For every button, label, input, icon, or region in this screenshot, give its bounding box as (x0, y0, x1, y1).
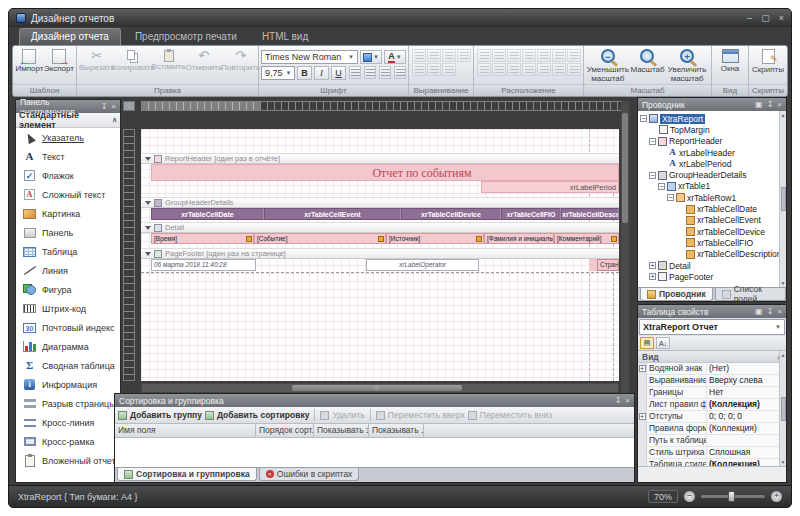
page-number-label[interactable]: Страница / (597, 259, 619, 271)
align-center-button[interactable] (364, 66, 376, 79)
toolbox-item-picture[interactable]: Картинка (16, 204, 120, 223)
export-button[interactable]: → Экспорт (44, 48, 74, 74)
align-objects-top-button[interactable] (412, 63, 426, 76)
toolbox-item-shape[interactable]: Фигура (16, 280, 120, 299)
tab-explorer[interactable]: Проводник (640, 288, 713, 301)
maximize-panel-icon[interactable]: ▣ (755, 307, 763, 316)
tab-print-preview[interactable]: Предпросмотр печати (124, 29, 248, 45)
group-button[interactable] (552, 63, 566, 76)
tree-node-topmargin[interactable]: TopMargin (638, 124, 786, 135)
zoom-button[interactable]: Масштаб (630, 48, 666, 75)
detail-cell[interactable]: [Фамилия и инициалы] (484, 233, 554, 244)
size-same-width-button[interactable] (477, 49, 491, 62)
align-objects-grid-button[interactable] (457, 49, 471, 62)
table-header-cell[interactable]: xrTableCellDate (151, 208, 264, 220)
highlight-color-button[interactable]: ▼ (360, 50, 382, 64)
align-objects-center-button[interactable] (427, 49, 441, 62)
report-title-label[interactable]: Отчет по событиям (151, 164, 619, 181)
band-collapse-icon[interactable] (145, 226, 151, 230)
scroll-up-icon[interactable]: ▲ (781, 112, 786, 118)
tab-html-view[interactable]: HTML вид (251, 29, 319, 45)
align-objects-left-button[interactable] (412, 49, 426, 62)
tab-report-designer[interactable]: Дизайнер отчета (19, 28, 121, 45)
zoom-in-icon[interactable]: + (771, 491, 782, 502)
add-sorting-button[interactable]: Добавить сортировку (205, 410, 310, 420)
detail-cell[interactable]: [Комментарий] (554, 233, 619, 244)
design-vertical-scrollbar[interactable] (621, 101, 629, 393)
tree-node-celldevice[interactable]: xrTableCellDevice (638, 226, 786, 237)
close-icon[interactable]: × (111, 102, 116, 111)
tree-node-pagefooter[interactable]: +PageFooter (638, 271, 786, 282)
category-appearance[interactable]: Вид∧ (638, 351, 786, 363)
align-right-button[interactable] (379, 66, 391, 79)
property-row[interactable]: Путь к таблице (638, 435, 786, 447)
property-row[interactable]: ВыравниваниеВверху слева (638, 375, 786, 387)
copy-button[interactable]: Копировать (115, 48, 152, 73)
column-header[interactable]: Показывать ... (369, 424, 424, 437)
toolbox-item-crossband[interactable]: Кросс-рамка (16, 432, 120, 451)
tree-node-cellevent[interactable]: xrTableCellEvent (638, 215, 786, 226)
toolbox-item-pivot[interactable]: ΣСводная таблица (16, 356, 120, 375)
toolbox-item-zipcode[interactable]: 30Почтовый индекс (16, 318, 120, 337)
toolbox-item-line[interactable]: Линия (16, 261, 120, 280)
underline-button[interactable]: U (331, 66, 346, 80)
tree-node-groupheader[interactable]: −GroupHeaderDetails (638, 169, 786, 180)
detail-cell[interactable]: [Время] (151, 233, 254, 244)
toolbox-item-richtext[interactable]: AСложный текст (16, 185, 120, 204)
toolbox-item-panel[interactable]: Панель (16, 223, 120, 242)
property-row[interactable]: Лист правил фо(Коллекция) (638, 399, 786, 411)
close-button[interactable]: × (779, 13, 784, 23)
align-justify-button[interactable] (394, 66, 406, 79)
move-up-button[interactable]: Переместить вверх (376, 410, 465, 420)
delete-button[interactable]: Удалить (320, 410, 364, 420)
pin-icon[interactable]: ↧ (767, 100, 774, 109)
detail-cell[interactable]: [Источник] (386, 233, 484, 244)
align-objects-right-button[interactable] (442, 49, 456, 62)
bold-button[interactable]: B (297, 66, 312, 80)
close-icon[interactable]: × (625, 396, 630, 405)
zoom-slider[interactable] (701, 495, 765, 498)
column-header[interactable]: Имя поля (115, 424, 256, 437)
tree-scrollbar[interactable]: ▲▼ (779, 111, 786, 287)
zoom-in-button[interactable]: + Увеличить масштаб (665, 48, 709, 84)
tree-node-celldate[interactable]: xrTableCellDate (638, 203, 786, 214)
tree-node-reportheader[interactable]: −ReportHeader (638, 136, 786, 147)
windows-button[interactable]: Окна (714, 48, 746, 74)
cut-button[interactable]: ✂ Вырезать (79, 48, 115, 73)
send-back-button[interactable] (537, 63, 551, 76)
tab-field-list[interactable]: Список полей (715, 288, 786, 301)
font-family-combo[interactable]: Times New Roman▼ (261, 50, 358, 64)
print-date-label[interactable]: 06 марта 2018 11:40:28 (151, 259, 256, 271)
table-header-cell[interactable]: xrTableCellFIO (501, 208, 561, 220)
toolbox-item-info[interactable]: iИнформация (16, 375, 120, 394)
maximize-panel-icon[interactable]: ▣ (755, 100, 763, 109)
zoom-slider-thumb[interactable] (728, 491, 735, 502)
center-vertically-button[interactable] (552, 49, 566, 62)
expand-icon[interactable]: + (639, 365, 646, 372)
tab-script-errors[interactable]: ×Ошибки в скриптах (259, 468, 360, 481)
period-label[interactable]: xrLabelPeriod (481, 181, 619, 193)
ungroup-button[interactable] (567, 63, 581, 76)
close-icon[interactable]: × (777, 307, 782, 316)
space-make-equal-button[interactable] (477, 63, 491, 76)
tree-node-labelheader[interactable]: AxrLabelHeader (638, 147, 786, 158)
band-report-header[interactable]: ReportHeader [один раз в отчёте] (141, 153, 619, 164)
toolbox-item-pointer[interactable]: Указатель (16, 128, 120, 147)
zoom-out-icon[interactable]: − (684, 491, 695, 502)
tab-sorting-grouping[interactable]: Сортировка и группировка (117, 468, 257, 481)
paste-button[interactable]: Вставить (152, 48, 186, 72)
scroll-up-icon[interactable]: ▲ (781, 352, 786, 358)
toolbox-item-checkbox[interactable]: ✓Флажок (16, 166, 120, 185)
band-collapse-icon[interactable] (145, 201, 151, 205)
categorized-view-button[interactable]: ▤ (640, 337, 654, 349)
close-icon[interactable]: × (777, 100, 782, 109)
size-same-height-button[interactable] (492, 49, 506, 62)
minimize-button[interactable]: – (747, 13, 752, 23)
pin-icon[interactable]: ↧ (615, 396, 622, 405)
align-objects-bottom-button[interactable] (442, 63, 456, 76)
band-group-header[interactable]: GroupHeaderDetails (141, 197, 619, 208)
toolbox-item-subreport[interactable]: Вложенный отчет (16, 451, 120, 470)
operator-label[interactable]: xrLabelOperator (366, 259, 479, 271)
align-objects-middle-button[interactable] (427, 63, 441, 76)
property-row[interactable]: Таблица стилей(Коллекция) (638, 459, 786, 466)
